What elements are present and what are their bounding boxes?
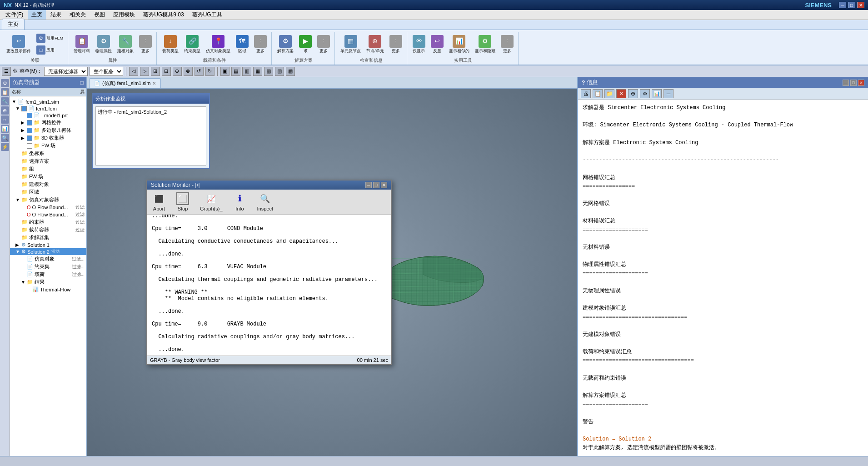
- solution-monitor-log[interactable]: ...done.Cpu time= 3.0 COND Module Calcul…: [147, 215, 391, 356]
- info-tb-btn-1[interactable]: 🖨: [581, 89, 591, 98]
- info-tb-btn-2[interactable]: 📋: [593, 89, 603, 98]
- ribbon-btn-apply-fem[interactable]: ⚙ 引用FEM: [35, 33, 65, 44]
- left-icon-1[interactable]: ⚙: [1, 79, 9, 87]
- ribbon-btn-load-type[interactable]: ↓ 载荷类型: [160, 34, 180, 55]
- tree-item-polygon[interactable]: ▶ 📁 多边形几何体: [10, 126, 86, 134]
- tree-item-solution2[interactable]: ▼ ⚙ Solution 2 活动: [10, 248, 86, 255]
- menu-related[interactable]: 相关关: [66, 10, 90, 20]
- tree-item-thermal-flow[interactable]: 📊 Thermal-Flow: [10, 286, 86, 293]
- tree-item-mesh-ctrl[interactable]: ▶ 📁 网格控件: [10, 119, 86, 126]
- menu-ug2[interactable]: 蒸秀UG工具: [189, 10, 226, 20]
- check-3d[interactable]: [27, 135, 32, 141]
- left-icon-7[interactable]: 🔍: [1, 134, 9, 142]
- info-close-btn[interactable]: ✕: [858, 80, 864, 86]
- menu-view[interactable]: 视图: [90, 10, 109, 20]
- left-icon-2[interactable]: 📋: [1, 88, 9, 96]
- ribbon-btn-show-similar[interactable]: 📊 显示相似的: [447, 34, 471, 55]
- sol-minimize-btn[interactable]: ─: [365, 182, 372, 188]
- info-maximize-btn[interactable]: □: [850, 80, 857, 86]
- ribbon-btn-elements[interactable]: ▦ 单元及节点: [339, 34, 363, 55]
- display-select[interactable]: 整个配备: [90, 67, 123, 76]
- view-tab-main[interactable]: 📄 (仿真) fem1_sim1.sim ✕: [89, 78, 161, 88]
- ribbon-btn-sim-object-type[interactable]: 📍 仿真对象类型: [204, 34, 232, 55]
- info-tb-btn-3[interactable]: 📁: [604, 89, 614, 98]
- tree-item-model[interactable]: 📄 _model1.prt: [10, 112, 86, 119]
- menu-results[interactable]: 结果: [47, 10, 65, 20]
- ribbon-btn-show-hide[interactable]: ⚙ 显示和隐藏: [473, 34, 497, 55]
- tree-item-flow-bound-1[interactable]: O O Flow Bound... 过滤: [10, 204, 86, 211]
- check-mesh-ctrl[interactable]: [27, 120, 32, 125]
- tb-btn-3[interactable]: ⊞: [151, 67, 160, 76]
- ribbon-btn-show-only[interactable]: 👁 仅显示: [411, 34, 427, 55]
- tree-item-solver-set[interactable]: 📁 求解器集: [10, 234, 86, 241]
- tree-item-sim-container[interactable]: ▼ 📁 仿真对象容器: [10, 196, 86, 204]
- ribbon-btn-material[interactable]: 📋 管理材料: [72, 34, 92, 55]
- tree-item-constraint-set[interactable]: 📄 约束集 过滤...: [10, 263, 86, 271]
- tb-btn-14[interactable]: ▨: [275, 67, 284, 76]
- tree-item-results[interactable]: ▼ 📁 结果: [10, 278, 86, 286]
- view-tab-close[interactable]: ✕: [152, 81, 156, 86]
- tb-btn-6[interactable]: ⊗: [184, 67, 193, 76]
- ribbon-btn-more-util[interactable]: ⋮ 更多: [499, 34, 515, 55]
- info-button[interactable]: ℹ Info: [231, 191, 249, 212]
- check-model[interactable]: [27, 113, 32, 118]
- check-fw1[interactable]: [27, 143, 32, 149]
- tree-item-fw-field2[interactable]: 📁 FW 场: [10, 173, 86, 180]
- tree-item-load-set[interactable]: 📄 载荷 过滤...: [10, 271, 86, 278]
- left-icon-8[interactable]: ⚡: [1, 143, 9, 151]
- tb-btn-13[interactable]: ▧: [264, 67, 273, 76]
- minimize-button[interactable]: ─: [839, 2, 846, 8]
- info-tb-btn-7[interactable]: 📊: [652, 89, 662, 98]
- tb-btn-1[interactable]: ◁: [129, 67, 138, 76]
- tb-btn-7[interactable]: ↺: [195, 67, 204, 76]
- info-tb-btn-5[interactable]: ⊕: [628, 89, 638, 98]
- tree-item-selection[interactable]: 📁 选择方案: [10, 157, 86, 165]
- ribbon-btn-more-loads[interactable]: ⋮ 更多: [252, 34, 269, 55]
- tb-btn-11[interactable]: ▥: [242, 67, 251, 76]
- close-button[interactable]: ✕: [857, 2, 864, 8]
- tree-item-fw-field1[interactable]: 📁 FW 场: [10, 142, 86, 150]
- nav-close-icon[interactable]: □: [80, 80, 84, 86]
- left-icon-6[interactable]: 📊: [1, 125, 9, 133]
- check-fem[interactable]: [21, 106, 27, 111]
- tb-btn-8[interactable]: ↻: [205, 67, 215, 76]
- tree-item-3d-collector[interactable]: ▶ 📁 3D 收集器: [10, 134, 86, 142]
- check-polygon[interactable]: [27, 128, 32, 133]
- tb-btn-12[interactable]: ▦: [253, 67, 262, 76]
- ribbon-btn-constraint-type[interactable]: 🔗 约束类型: [182, 34, 202, 55]
- ribbon-btn-invert[interactable]: ↩ 反显: [429, 34, 445, 55]
- menu-home[interactable]: 主页: [28, 10, 46, 20]
- tree-item-fem[interactable]: ▼ 📄 fem1.fem: [10, 105, 86, 112]
- sol-close-btn[interactable]: ✕: [381, 182, 387, 188]
- tb-btn-10[interactable]: ▤: [231, 67, 240, 76]
- menu-ug1[interactable]: 蒸秀UG模具9.03: [140, 10, 187, 20]
- tree-item-solution1[interactable]: ▶ ⚙ Solution 1: [10, 241, 86, 248]
- tb-btn-9[interactable]: ▣: [220, 67, 229, 76]
- tree-item-root[interactable]: ▼ 📄 fem1_sim1.sim: [10, 98, 86, 105]
- ribbon-btn-solve[interactable]: ▶ 求: [297, 34, 314, 55]
- sol-maximize-btn[interactable]: □: [373, 182, 379, 188]
- tb-btn-15[interactable]: ▩: [286, 67, 295, 76]
- tree-item-group[interactable]: 📁 组: [10, 165, 86, 173]
- tree-item-constraint[interactable]: 📁 约束器 过滤: [10, 218, 86, 226]
- tree-item-model-obj[interactable]: 📁 建模对象: [10, 180, 86, 188]
- tree-item-load-container[interactable]: 📁 载荷容器 过滤: [10, 226, 86, 234]
- inspect-button[interactable]: 🔍 Inspect: [254, 191, 276, 212]
- solution-monitor-dialog[interactable]: Solution Monitor - [\] ─ □ ✕ ⬛ Abort: [146, 180, 392, 365]
- tb-btn-5[interactable]: ⊕: [173, 67, 182, 76]
- abort-button[interactable]: ⬛ Abort: [150, 191, 168, 212]
- ribbon-btn-more-sol[interactable]: ⋮ 更多: [315, 34, 332, 55]
- ribbon-btn-apply[interactable]: □ 应用: [35, 45, 65, 55]
- maximize-button[interactable]: □: [848, 2, 855, 8]
- tb-btn-2[interactable]: ▷: [140, 67, 149, 76]
- ribbon-tab-home[interactable]: 主页: [2, 19, 25, 30]
- ribbon-btn-physics[interactable]: ⚙ 物理属性: [94, 34, 114, 55]
- tree-item-region[interactable]: 📁 区域: [10, 188, 86, 196]
- menu-file[interactable]: 文件(F): [2, 10, 27, 20]
- graphs-button[interactable]: 📈 Graph(s)_: [197, 191, 225, 212]
- ribbon-btn-region[interactable]: 🗺 区域: [234, 34, 250, 55]
- ribbon-btn-more-inspect[interactable]: ⋮ 更多: [388, 34, 404, 55]
- left-icon-4[interactable]: ⊕: [1, 106, 9, 115]
- info-minimize-btn[interactable]: ─: [843, 80, 849, 86]
- info-tb-btn-8[interactable]: ─: [663, 89, 673, 98]
